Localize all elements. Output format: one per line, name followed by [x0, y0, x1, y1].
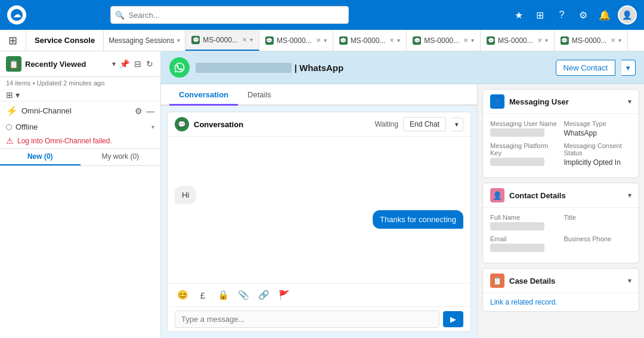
sub-tabs: Conversation Details [161, 84, 477, 106]
messaging-user-name-label: Messaging User Name [490, 120, 558, 127]
tab-ms-1-label: MS-0000... [203, 36, 238, 44]
work-tab-new[interactable]: New (0) [0, 149, 80, 165]
messaging-user-collapse[interactable]: ▾ [628, 97, 631, 106]
tab-ms-3-arrow[interactable]: ▾ [397, 37, 400, 44]
attachment-icon[interactable]: 📎 [236, 287, 251, 303]
tab-ms-6-label: MS-0000... [572, 36, 607, 45]
messages-area[interactable]: Hi Thanks for connecting [168, 137, 470, 283]
avatar[interactable]: 👤 [618, 5, 637, 24]
tab-ms-6[interactable]: 💬 MS-0000... ✕ ▾ [555, 30, 628, 51]
tab-ms-3[interactable]: 💬 MS-0000... ✕ ▾ [333, 30, 407, 51]
notifications-icon[interactable]: 🔔 [596, 7, 613, 23]
platform-key-field: Messaging Platform Key [490, 142, 558, 167]
sub-tab-details[interactable]: Details [238, 84, 281, 106]
center-column: Conversation Details 💬 Conversation Wait… [161, 84, 477, 338]
tab-ms-4-arrow[interactable]: ▾ [471, 37, 474, 44]
tab-messaging-sessions[interactable]: Messaging Sessions ▾ [104, 30, 185, 51]
sidebar-collapse-icon[interactable]: ⊟ [133, 58, 143, 70]
tab-ms-2-close[interactable]: ✕ [316, 37, 321, 44]
messaging-user-name-value [490, 128, 544, 137]
consent-status-value: Implicitly Opted In [564, 158, 621, 167]
tab-ms-5-arrow[interactable]: ▾ [545, 37, 548, 44]
tab-ms-3-close[interactable]: ✕ [389, 37, 394, 44]
consent-status-label: Messaging Consent Status [564, 142, 632, 156]
sidebar-pin-icon[interactable]: 📌 [119, 59, 129, 69]
sidebar-title-arrow[interactable]: ▾ [112, 60, 116, 68]
sidebar-title: Recently Viewed [25, 60, 109, 69]
tab-ms-1-arrow[interactable]: ▾ [250, 36, 253, 43]
email-label: Email [490, 235, 558, 242]
error-message: Log into Omni-Channel failed. [17, 137, 112, 145]
status-dropdown-icon[interactable]: ▾ [151, 124, 154, 130]
tab-ms-2-icon: 💬 [265, 36, 274, 45]
conversation-body: 💬 Conversation Waiting End Chat ▾ Hi Tha… [161, 106, 477, 338]
sub-tab-conversation[interactable]: Conversation [169, 84, 238, 106]
whatsapp-icon [169, 57, 190, 78]
email-field: Email [490, 235, 558, 252]
message-type-label: Message Type [564, 120, 632, 127]
contact-details-header: 👤 Contact Details ▾ [483, 183, 639, 208]
error-warning-icon: ⚠ [6, 136, 14, 146]
case-details-collapse[interactable]: ▾ [628, 276, 631, 285]
end-chat-dropdown[interactable]: ▾ [451, 118, 463, 131]
platform-key-value [490, 158, 544, 166]
email-value [490, 244, 544, 252]
message-input[interactable] [175, 311, 439, 328]
work-tab-mywork[interactable]: My work (0) [80, 149, 161, 165]
main-layout: 📋 Recently Viewed ▾ 📌 ⊟ ↻ 14 items • Upd… [0, 51, 644, 338]
sub-tab-conversation-label: Conversation [179, 90, 228, 99]
conversation-panel: 💬 Conversation Waiting End Chat ▾ Hi Tha… [167, 112, 471, 332]
new-contact-dropdown[interactable]: ▾ [621, 60, 636, 76]
link-record-link[interactable]: Link a related record. [483, 293, 639, 311]
message-type-value: WhatsApp [564, 129, 597, 137]
tab-ms-5-close[interactable]: ✕ [537, 37, 542, 44]
new-contact-button[interactable]: New Contact [556, 60, 615, 76]
sub-tab-details-label: Details [247, 90, 271, 99]
status-row: Offline ▾ [0, 120, 160, 134]
tab-ms-4-close[interactable]: ✕ [463, 37, 468, 44]
message-input-row: ▶ [168, 306, 470, 331]
sidebar-down-icon[interactable]: ▾ [16, 90, 20, 100]
full-name-label: Full Name [490, 214, 558, 221]
sidebar-list-icon[interactable]: ⊞ [6, 90, 13, 100]
tab-ms-4[interactable]: 💬 MS-0000... ✕ ▾ [407, 30, 481, 51]
tab-ms-6-arrow[interactable]: ▾ [618, 37, 621, 44]
omni-gear-icon[interactable]: ⚙ [135, 106, 143, 116]
case-details-title: Case Details [509, 276, 623, 285]
tab-ms-2[interactable]: 💬 MS-0000... ✕ ▾ [259, 30, 333, 51]
tab-ms-2-arrow[interactable]: ▾ [324, 37, 327, 44]
lock-icon[interactable]: 🔒 [215, 287, 231, 303]
contact-details-collapse[interactable]: ▾ [628, 191, 631, 199]
sidebar-refresh-icon[interactable]: ↻ [145, 58, 154, 70]
emoji-icon[interactable]: 😊 [175, 287, 190, 303]
currency-icon[interactable]: £ [195, 287, 210, 303]
tab-dropdown-icon[interactable]: ▾ [177, 37, 180, 44]
link-icon[interactable]: 🔗 [256, 287, 271, 303]
tab-ms-1[interactable]: 💬 MS-0000... ✕ ▾ [185, 30, 259, 51]
favorites-icon[interactable]: ★ [510, 7, 527, 23]
send-button[interactable]: ▶ [443, 311, 463, 327]
flag-icon[interactable]: 🚩 [276, 287, 292, 303]
tab-ms-1-close[interactable]: ✕ [242, 36, 247, 43]
contact-details-icon: 👤 [490, 188, 504, 202]
tab-ms-5[interactable]: 💬 MS-0000... ✕ ▾ [481, 30, 555, 51]
title-field: Title [564, 214, 632, 231]
message-spacer [175, 144, 463, 180]
tab-ms-3-icon: 💬 [339, 36, 348, 45]
conv-waiting-label: Waiting [374, 120, 398, 128]
omni-dash-icon[interactable]: — [146, 106, 154, 116]
search-icon: 🔍 [115, 11, 125, 20]
salesforce-logo[interactable]: ☁ [7, 5, 26, 24]
waffle-icon[interactable]: ⊞ [532, 7, 549, 23]
error-row: ⚠ Log into Omni-Channel failed. [0, 134, 160, 148]
omni-channel-icon: ⚡ [6, 105, 18, 116]
end-chat-button[interactable]: End Chat [403, 117, 446, 131]
search-input[interactable] [110, 6, 349, 24]
tab-ms-6-close[interactable]: ✕ [611, 37, 615, 44]
help-icon[interactable]: ? [553, 7, 570, 23]
apps-menu-button[interactable]: ⊞ [0, 30, 26, 51]
case-details-card: 📋 Case Details ▾ Link a related record. [482, 268, 639, 312]
setup-icon[interactable]: ⚙ [575, 7, 592, 23]
omni-channel-label: Omni-Channel [21, 106, 131, 115]
sidebar-updated-text: 14 items • Updated 2 minutes ago [0, 77, 160, 89]
